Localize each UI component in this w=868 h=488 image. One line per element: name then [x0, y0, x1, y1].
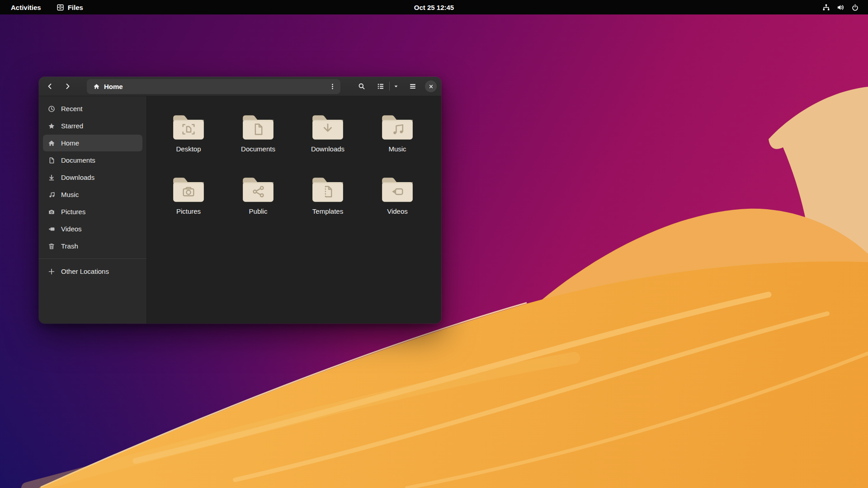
- folder-icon: [241, 113, 276, 142]
- desktop: Activities Files Oct 25 12:45: [0, 0, 868, 488]
- network-wired-icon: [822, 4, 830, 11]
- back-arrow-icon: [47, 83, 54, 90]
- home-icon: [93, 83, 100, 90]
- top-bar: Activities Files Oct 25 12:45: [0, 0, 868, 14]
- folder-desktop[interactable]: Desktop: [154, 113, 223, 175]
- folder-label: Videos: [387, 207, 408, 215]
- path-menu-button[interactable]: [326, 80, 339, 93]
- focused-app-label: Files: [68, 4, 83, 11]
- view-options-button[interactable]: [392, 80, 401, 93]
- sidebar-item-starred[interactable]: Starred: [43, 117, 142, 134]
- folder-label: Pictures: [176, 207, 201, 215]
- document-icon: [48, 157, 55, 164]
- folder-label: Documents: [241, 145, 275, 153]
- download-icon: [48, 174, 55, 181]
- folder-label: Downloads: [311, 145, 344, 153]
- sidebar-item-label: Starred: [61, 122, 83, 130]
- folder-grid: Desktop Documents Downloads Music: [147, 96, 441, 238]
- folder-documents[interactable]: Documents: [223, 113, 293, 175]
- folder-label: Public: [249, 207, 268, 215]
- folder-icon: [380, 113, 415, 142]
- activities-button[interactable]: Activities: [7, 2, 45, 13]
- view-switcher: [374, 80, 401, 93]
- folder-pictures[interactable]: Pictures: [154, 175, 223, 238]
- camera-icon: [48, 208, 55, 216]
- close-window-button[interactable]: [425, 80, 437, 92]
- path-bar[interactable]: Home: [87, 79, 340, 94]
- plus-icon: [48, 268, 55, 275]
- music-icon: [48, 191, 55, 198]
- clock-icon: [48, 105, 55, 113]
- sidebar-item-home[interactable]: Home: [43, 135, 142, 151]
- volume-icon: [837, 4, 844, 11]
- sidebar-item-downloads[interactable]: Downloads: [43, 169, 142, 186]
- back-button[interactable]: [43, 80, 57, 93]
- folder-music[interactable]: Music: [363, 113, 432, 175]
- sidebar-item-music[interactable]: Music: [43, 186, 142, 203]
- view-switcher-divider: [389, 82, 390, 91]
- home-icon: [48, 140, 55, 147]
- sidebar-item-recent[interactable]: Recent: [43, 100, 142, 117]
- folder-icon: [380, 175, 415, 204]
- folder-label: Music: [388, 145, 406, 153]
- sidebar-item-label: Trash: [61, 242, 78, 250]
- header-bar: Home: [39, 77, 441, 96]
- folder-label: Templates: [312, 207, 343, 215]
- close-icon: [428, 84, 434, 89]
- app-menu-button[interactable]: [406, 80, 420, 93]
- hamburger-menu-icon: [409, 83, 416, 90]
- caret-down-icon: [393, 84, 399, 89]
- system-status-area[interactable]: [820, 0, 862, 14]
- sidebar-item-pictures[interactable]: Pictures: [43, 203, 142, 220]
- file-browser-area: Desktop Documents Downloads Music: [147, 96, 441, 324]
- forward-arrow-icon: [64, 83, 71, 90]
- folder-public[interactable]: Public: [223, 175, 293, 238]
- sidebar-item-label: Downloads: [61, 174, 94, 181]
- clock-button[interactable]: Oct 25 12:45: [410, 2, 458, 13]
- sidebar-item-documents[interactable]: Documents: [43, 152, 142, 169]
- folder-icon: [241, 175, 276, 204]
- power-icon: [851, 4, 859, 11]
- sidebar-item-label: Other Locations: [61, 267, 109, 275]
- sidebar-item-videos[interactable]: Videos: [43, 221, 142, 237]
- sidebar-separator: [39, 258, 146, 259]
- files-window: Home: [39, 77, 441, 324]
- folder-icon: [310, 175, 345, 204]
- folder-label: Desktop: [176, 145, 201, 153]
- sidebar-item-label: Documents: [61, 156, 95, 164]
- folder-templates[interactable]: Templates: [293, 175, 363, 238]
- forward-button[interactable]: [61, 80, 74, 93]
- folder-icon: [171, 175, 206, 204]
- folder-videos[interactable]: Videos: [363, 175, 432, 238]
- location-title: Home: [104, 83, 123, 90]
- star-icon: [48, 122, 55, 130]
- sidebar-item-label: Videos: [61, 225, 82, 233]
- files-app-icon: [57, 4, 64, 11]
- search-button[interactable]: [355, 80, 368, 93]
- folder-icon: [171, 113, 206, 142]
- focused-app-menu[interactable]: Files: [57, 4, 83, 11]
- list-view-icon: [377, 83, 384, 90]
- sidebar-item-label: Pictures: [61, 208, 85, 216]
- sidebar-item-other-locations[interactable]: Other Locations: [43, 263, 142, 280]
- folder-icon: [310, 113, 345, 142]
- sidebar-item-trash[interactable]: Trash: [43, 238, 142, 254]
- sidebar-item-label: Music: [61, 191, 79, 198]
- folder-downloads[interactable]: Downloads: [293, 113, 363, 175]
- video-icon: [48, 225, 55, 233]
- sidebar-item-label: Home: [61, 139, 79, 147]
- trash-icon: [48, 243, 55, 250]
- sidebar-item-label: Recent: [61, 105, 83, 113]
- list-view-button[interactable]: [374, 80, 387, 93]
- three-dot-menu-icon: [329, 83, 336, 90]
- sidebar: Recent Starred Home Documents Downloads …: [39, 96, 147, 324]
- sidebar-list: Recent Starred Home Documents Downloads …: [39, 100, 146, 255]
- search-icon: [358, 83, 365, 90]
